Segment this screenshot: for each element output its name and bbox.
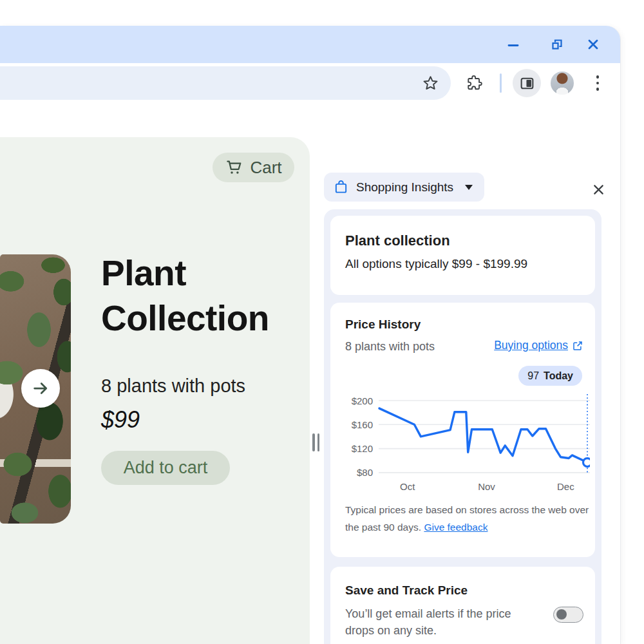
restore-icon [551, 38, 564, 51]
summary-card-title: Plant collection [345, 232, 450, 249]
bookmark-star-button[interactable] [415, 63, 445, 103]
price-history-subtitle: 8 plants with pots [345, 340, 435, 354]
side-panel-title: Shopping Insights [356, 180, 453, 194]
product-price: $99 [101, 406, 140, 433]
cart-button[interactable]: Cart [213, 153, 294, 182]
svg-text:Dec: Dec [557, 481, 574, 492]
profile-button[interactable] [549, 63, 575, 103]
summary-card-subtitle: All options typically $99 - $199.99 [345, 257, 527, 271]
price-history-card: Price History 8 plants with pots Buying … [330, 303, 595, 557]
restore-button[interactable] [543, 26, 571, 63]
side-panel-icon [519, 75, 535, 91]
track-price-body: You’ll get email alerts if the price dro… [345, 605, 532, 639]
toolbar-separator [500, 73, 502, 93]
address-bar[interactable] [0, 66, 451, 100]
svg-text:Nov: Nov [478, 481, 495, 492]
svg-text:$120: $120 [352, 443, 373, 454]
summary-card: Plant collection All options typically $… [330, 216, 595, 295]
today-price-badge: 97 Today [518, 366, 582, 386]
caret-down-icon [465, 185, 473, 190]
menu-dot [596, 88, 600, 91]
cart-button-label: Cart [250, 158, 281, 178]
avatar [551, 71, 574, 95]
menu-dot [596, 75, 600, 79]
carousel-next-button[interactable] [21, 369, 60, 408]
today-label: Today [544, 370, 573, 382]
chart-footnote: Typical prices are based on stores acros… [345, 501, 589, 536]
toggle-knob [556, 609, 567, 620]
price-alert-toggle[interactable] [553, 607, 583, 623]
minimize-button[interactable] [499, 26, 527, 63]
product-subtitle: 8 plants with pots [101, 375, 245, 397]
side-panel-resize-handle[interactable] [312, 433, 319, 451]
shopping-bag-icon [334, 180, 348, 194]
price-history-title: Price History [345, 317, 421, 332]
screenshot-root: Cart Plant Collection 8 plants with pots… [0, 0, 644, 644]
close-icon [592, 184, 605, 196]
svg-text:$80: $80 [357, 467, 373, 478]
close-window-button[interactable] [579, 26, 607, 63]
side-panel-button-bg [513, 69, 541, 97]
side-panel-button[interactable] [513, 63, 541, 103]
side-panel-close-button[interactable] [590, 181, 607, 198]
buying-options-link[interactable]: Buying options [494, 339, 583, 352]
track-price-title: Save and Track Price [345, 583, 468, 598]
track-body-line2: drops on any site. [345, 624, 437, 637]
window-titlebar [0, 26, 620, 63]
minimize-icon [507, 39, 519, 50]
today-price: 97 [527, 370, 539, 382]
price-history-chart-container: $200$160$120$80OctNovDec [342, 390, 590, 497]
give-feedback-link[interactable]: Give feedback [424, 522, 488, 533]
buying-options-label: Buying options [494, 339, 568, 352]
track-price-card: Save and Track Price You’ll get email al… [330, 567, 595, 644]
svg-text:Oct: Oct [400, 481, 415, 492]
browser-menu-button[interactable] [586, 63, 609, 103]
shopping-insights-dropdown[interactable]: Shopping Insights [324, 173, 484, 202]
footnote-line1: Typical prices are based on stores acros… [345, 504, 589, 515]
menu-dot [596, 82, 600, 85]
shopping-cart-icon [225, 158, 244, 177]
price-history-chart: $200$160$120$80OctNovDec [342, 390, 590, 494]
product-title: Plant Collection [101, 251, 269, 341]
footnote-line2: the past 90 days. [345, 522, 421, 533]
product-title-line1: Plant [101, 251, 269, 296]
add-to-cart-button[interactable]: Add to cart [101, 451, 230, 485]
product-title-line2: Collection [101, 296, 269, 341]
svg-text:$200: $200 [352, 395, 373, 406]
arrow-right-icon [31, 379, 50, 398]
svg-text:$160: $160 [352, 419, 373, 430]
product-page: Cart Plant Collection 8 plants with pots… [0, 137, 310, 644]
close-window-icon [587, 38, 600, 51]
extensions-button[interactable] [460, 63, 489, 103]
puzzle-piece-icon [466, 75, 483, 91]
track-body-line1: You’ll get email alerts if the price [345, 607, 511, 620]
browser-window: Cart Plant Collection 8 plants with pots… [0, 26, 620, 644]
insights-cards-container: Plant collection All options typically $… [324, 209, 601, 644]
browser-toolbar [0, 63, 620, 103]
star-icon [422, 75, 439, 92]
open-in-new-icon [572, 340, 583, 352]
